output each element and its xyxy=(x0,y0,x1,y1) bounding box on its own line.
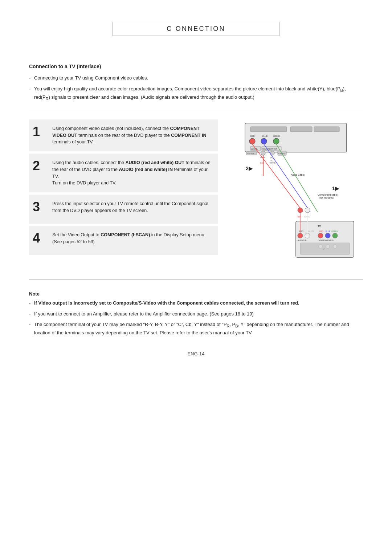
svg-text:(not included): (not included) xyxy=(319,196,334,199)
note-bullets-list: If you want to connect to an Amplifier, … xyxy=(29,310,363,337)
svg-point-44 xyxy=(318,233,323,238)
section-title: Connection to a TV (Interlace) xyxy=(29,64,363,69)
diagram-column: RED BLUE GREEN COAXIAL COMPONENT OUT HDM… xyxy=(229,119,363,272)
svg-text:COMPONENT OUT: COMPONENT OUT xyxy=(262,148,277,150)
svg-text:2▶: 2▶ xyxy=(246,166,253,171)
step-4-block: 4 Set the Video Output to COMPONENT (I-S… xyxy=(29,226,218,255)
svg-text:COMPONENT IN: COMPONENT IN xyxy=(318,239,334,241)
step-3-block: 3 Press the input selector on your TV re… xyxy=(29,195,218,224)
connection-diagram: RED BLUE GREEN COAXIAL COMPONENT OUT HDM… xyxy=(230,119,361,272)
svg-text:GREEN: GREEN xyxy=(273,135,281,137)
svg-point-53 xyxy=(333,245,337,248)
note-bullet-1: If you want to connect to an Amplifier, … xyxy=(29,310,363,318)
svg-point-51 xyxy=(319,245,322,248)
svg-point-9 xyxy=(273,138,279,144)
svg-text:1▶: 1▶ xyxy=(332,186,339,191)
svg-text:AUDIO IN: AUDIO IN xyxy=(298,239,306,241)
svg-text:BLUE: BLUE xyxy=(326,230,331,232)
svg-text:Audio Cable: Audio Cable xyxy=(291,174,305,176)
intro-bullets: Connecting to your TV using Component vi… xyxy=(29,74,363,102)
svg-point-45 xyxy=(325,233,330,238)
svg-point-43 xyxy=(305,233,310,238)
svg-point-7 xyxy=(249,138,255,144)
step-4-text: Set the Video Output to COMPONENT (I-SCA… xyxy=(52,232,213,245)
step-2-number: 2 xyxy=(33,159,49,172)
steps-column: 1 Using component video cables (not incl… xyxy=(29,119,218,272)
main-content: 1 Using component video cables (not incl… xyxy=(29,112,363,280)
svg-point-46 xyxy=(332,233,338,238)
svg-rect-1 xyxy=(250,127,287,132)
step-3-text: Press the input selector on your TV remo… xyxy=(52,200,213,214)
step-2-block: 2 Using the audio cables, connect the AU… xyxy=(29,154,218,192)
svg-text:RED: RED xyxy=(260,162,264,164)
svg-line-34 xyxy=(276,144,318,212)
svg-text:Component cable: Component cable xyxy=(318,193,338,196)
svg-text:OUT: OUT xyxy=(270,160,274,162)
svg-text:TV: TV xyxy=(322,248,325,250)
svg-text:TV: TV xyxy=(318,225,321,227)
note-section: Note If Video output is incorrectly set … xyxy=(29,291,363,337)
step-4-number: 4 xyxy=(33,232,49,245)
svg-text:RED: RED xyxy=(250,135,255,137)
note-title: Note xyxy=(29,291,363,297)
note-main-bullet: If Video output is incorrectly set to Co… xyxy=(29,299,363,307)
svg-point-52 xyxy=(326,245,330,248)
svg-point-8 xyxy=(261,138,267,144)
intro-bullet-2: You will enjoy high quality and accurate… xyxy=(29,85,363,102)
svg-text:RED: RED xyxy=(319,230,323,232)
svg-text:BLUE: BLUE xyxy=(262,135,268,137)
step-1-number: 1 xyxy=(33,125,49,138)
svg-rect-2 xyxy=(290,127,312,132)
svg-line-33 xyxy=(264,144,310,212)
step-3-number: 3 xyxy=(33,200,49,213)
page-title: C ONNECTION xyxy=(167,25,225,33)
svg-point-54 xyxy=(298,208,303,213)
svg-text:WHITE: WHITE xyxy=(270,162,276,164)
title-box: C ONNECTION xyxy=(113,22,279,36)
note-bullet-2: The component terminal of your TV may be… xyxy=(29,321,363,337)
intro-bullet-1: Connecting to your TV using Component vi… xyxy=(29,74,363,82)
step-1-text: Using component video cables (not includ… xyxy=(52,125,213,146)
step-1-block: 1 Using component video cables (not incl… xyxy=(29,119,218,151)
svg-rect-49 xyxy=(300,243,350,254)
page-number: ENG-14 xyxy=(29,351,363,356)
svg-text:GREEN: GREEN xyxy=(331,230,338,232)
svg-text:COAXIAL: COAXIAL xyxy=(251,148,258,150)
svg-point-42 xyxy=(298,233,303,238)
page: C ONNECTION Connection to a TV (Interlac… xyxy=(0,0,392,538)
svg-point-16 xyxy=(261,151,265,155)
svg-text:HDMI OUT: HDMI OUT xyxy=(247,153,254,155)
step-2-text: Using the audio cables, connect the AUDI… xyxy=(52,159,213,187)
svg-point-18 xyxy=(270,151,274,155)
svg-point-55 xyxy=(305,208,310,213)
svg-text:WHITE: WHITE xyxy=(308,230,314,232)
svg-rect-3 xyxy=(314,127,339,132)
